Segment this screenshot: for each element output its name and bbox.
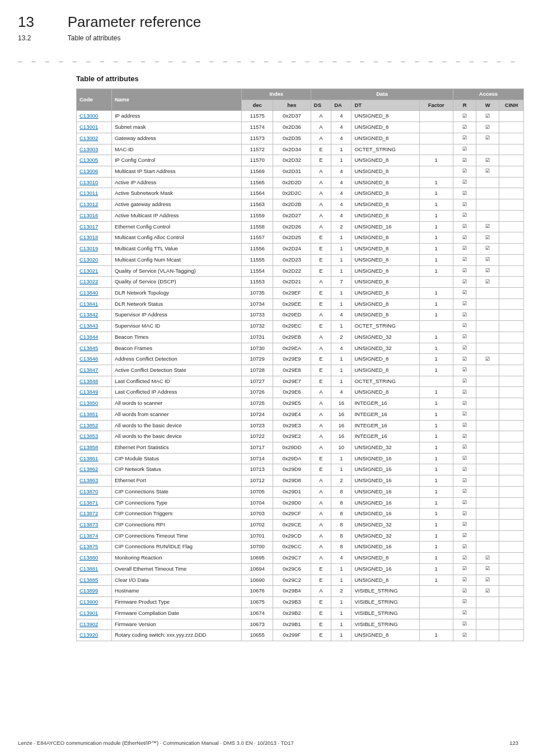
cell-code[interactable]: C13020	[77, 254, 112, 265]
cell-code[interactable]: C13871	[77, 497, 112, 508]
cell-code[interactable]: C13872	[77, 508, 112, 520]
cell-w	[476, 475, 499, 487]
cell-code[interactable]: C13863	[77, 475, 112, 487]
cell-code[interactable]: C13902	[77, 619, 112, 630]
cell-factor	[419, 122, 453, 133]
cell-name: Hostname	[111, 586, 241, 597]
cell-code[interactable]: C13848	[77, 376, 112, 387]
cell-hex: 0x2D36	[273, 122, 311, 133]
cell-hex: 0x29C2	[273, 575, 311, 586]
cell-code[interactable]: C13022	[77, 277, 112, 288]
cell-code[interactable]: C13001	[77, 122, 112, 133]
cell-dec: 10701	[242, 530, 273, 542]
cell-code[interactable]: C13899	[77, 586, 112, 597]
cell-cinh	[499, 155, 524, 166]
cell-factor: 1	[419, 475, 453, 487]
cell-da: 1	[331, 563, 352, 575]
cell-code[interactable]: C13017	[77, 221, 112, 232]
cell-code[interactable]: C13850	[77, 398, 112, 409]
cell-code[interactable]: C13874	[77, 530, 112, 542]
cell-code[interactable]: C13873	[77, 520, 112, 531]
cell-code[interactable]: C13000	[77, 111, 112, 122]
cell-name: Ethernet Config Control	[111, 221, 241, 232]
col-header-data: Data	[311, 89, 453, 100]
col-header-ds: DS	[311, 100, 331, 111]
cell-name: Rotary coding switch: xxx.yyy.zzz.DDD	[111, 630, 241, 641]
cell-name: Last Conflicted IP Address	[111, 387, 241, 398]
cell-code[interactable]: C13862	[77, 464, 112, 475]
cell-r: ☑	[453, 508, 476, 520]
cell-code[interactable]: C13875	[77, 542, 112, 553]
cell-code[interactable]: C13870	[77, 486, 112, 497]
cell-name: Overall Ethernet Timeout Time	[111, 563, 241, 575]
cell-r: ☑	[453, 520, 476, 531]
cell-w: ☑	[476, 111, 499, 122]
cell-ds: A	[311, 310, 331, 321]
cell-code[interactable]: C13853	[77, 431, 112, 442]
cell-hex: 0x29DA	[273, 453, 311, 464]
cell-code[interactable]: C13900	[77, 597, 112, 608]
cell-da: 1	[331, 608, 352, 619]
cell-w: ☑	[476, 244, 499, 255]
cell-da: 1	[331, 376, 352, 387]
cell-r: ☑	[453, 553, 476, 564]
cell-hex: 0x2D31	[273, 166, 311, 178]
cell-w	[476, 486, 499, 497]
cell-r: ☑	[453, 376, 476, 387]
table-row: C13862CIP Network Status107130x29D9E1UNS…	[77, 464, 524, 475]
cell-code[interactable]: C13021	[77, 265, 112, 277]
cell-code[interactable]: C13018	[77, 232, 112, 244]
cell-cinh	[499, 442, 524, 454]
cell-code[interactable]: C13880	[77, 553, 112, 564]
cell-w	[476, 597, 499, 608]
cell-code[interactable]: C13881	[77, 563, 112, 575]
cell-cinh	[499, 486, 524, 497]
page-footer: Lenze · E84AYCEO communication module (E…	[18, 740, 518, 746]
cell-code[interactable]: C13849	[77, 387, 112, 398]
cell-code[interactable]: C13841	[77, 298, 112, 310]
cell-da: 1	[331, 265, 352, 277]
cell-code[interactable]: C13006	[77, 166, 112, 178]
cell-r: ☑	[453, 542, 476, 553]
cell-code[interactable]: C13016	[77, 210, 112, 221]
footer-text: Lenze · E84AYCEO communication module (E…	[18, 740, 294, 746]
cell-code[interactable]: C13005	[77, 155, 112, 166]
cell-r: ☑	[453, 608, 476, 619]
cell-code[interactable]: C13858	[77, 442, 112, 454]
table-row: C13012Active gateway address115630x2D2BA…	[77, 199, 524, 211]
cell-code[interactable]: C13010	[77, 177, 112, 188]
cell-code[interactable]: C13003	[77, 144, 112, 155]
cell-code[interactable]: C13847	[77, 365, 112, 376]
cell-code[interactable]: C13012	[77, 199, 112, 211]
cell-code[interactable]: C13011	[77, 188, 112, 199]
cell-code[interactable]: C13920	[77, 630, 112, 641]
cell-code[interactable]: C13019	[77, 244, 112, 255]
cell-hex: 0x2D32	[273, 155, 311, 166]
cell-code[interactable]: C13852	[77, 420, 112, 431]
cell-name: CIP Connections Type	[111, 497, 241, 508]
cell-ds: E	[311, 144, 331, 155]
cell-code[interactable]: C13843	[77, 321, 112, 332]
cell-r: ☑	[453, 387, 476, 398]
cell-code[interactable]: C13845	[77, 343, 112, 354]
cell-name: Active Multicast IP Address	[111, 210, 241, 221]
table-row: C13872CIP Connection Triggers107030x29CF…	[77, 508, 524, 520]
cell-code[interactable]: C13844	[77, 332, 112, 343]
cell-code[interactable]: C13002	[77, 133, 112, 144]
cell-code[interactable]: C13842	[77, 310, 112, 321]
cell-code[interactable]: C13861	[77, 453, 112, 464]
cell-dt: UNSIGNED_8	[352, 265, 419, 277]
cell-hex: 0x2D37	[273, 111, 311, 122]
cell-da: 7	[331, 277, 352, 288]
cell-code[interactable]: C13840	[77, 287, 112, 298]
cell-w	[476, 530, 499, 542]
cell-ds: A	[311, 530, 331, 542]
cell-dt: UNSIGNED_16	[352, 486, 419, 497]
cell-code[interactable]: C13851	[77, 409, 112, 420]
cell-dt: UNSIGNED_8	[352, 133, 419, 144]
cell-code[interactable]: C13846	[77, 354, 112, 365]
table-row: C13863Ethernet Port107120x29D8A2UNSIGNED…	[77, 475, 524, 487]
cell-code[interactable]: C13901	[77, 608, 112, 619]
cell-hex: 0x29D8	[273, 475, 311, 487]
cell-code[interactable]: C13885	[77, 575, 112, 586]
